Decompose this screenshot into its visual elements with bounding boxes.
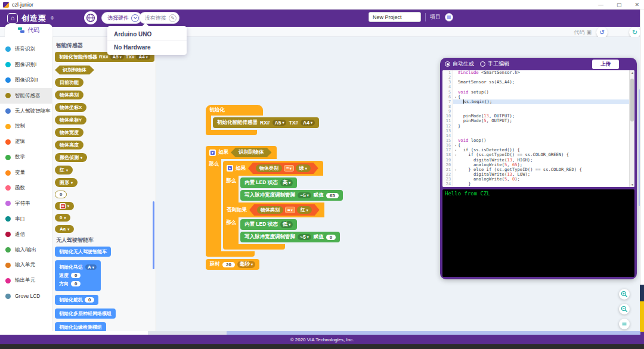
- fold-marker[interactable]: ▾: [453, 143, 458, 148]
- color-green-dropdown[interactable]: 绿▾: [296, 164, 311, 172]
- maximize-button[interactable]: ▢: [617, 2, 622, 8]
- code-editor[interactable]: 1#include <SmartSensor.h>23SmartSensor s…: [442, 70, 634, 187]
- code-line[interactable]: 13: [442, 129, 634, 133]
- palette-block[interactable]: 识别到物体: [55, 66, 94, 74]
- reporter-object-type[interactable]: 物体类别: [257, 206, 283, 214]
- radio-auto-generate[interactable]: [445, 61, 450, 67]
- hat-block-init[interactable]: 初始化: [206, 105, 263, 116]
- fold-marker[interactable]: ▾: [453, 152, 458, 157]
- palette-block[interactable]: 0: [55, 191, 67, 198]
- language-globe-button[interactable]: [84, 11, 97, 24]
- sidebar-item[interactable]: 通信: [0, 227, 52, 242]
- zoom-out-button[interactable]: [619, 304, 630, 314]
- sidebar-item[interactable]: 串口: [0, 211, 52, 227]
- sidebar-item[interactable]: 图像识别I: [0, 57, 52, 73]
- sidebar-item[interactable]: 图像识别II: [0, 73, 52, 88]
- code-view-toggle[interactable]: 代码 ▣: [574, 29, 592, 36]
- code-line[interactable]: 1#include <SmartSensor.h>: [442, 70, 634, 75]
- code-line[interactable]: 24 }: [442, 182, 634, 186]
- palette-block[interactable]: 目前功能: [55, 78, 83, 87]
- palette-block[interactable]: 初始化马达A▾速度0方向0: [55, 260, 101, 291]
- equals-operator-dropdown[interactable]: =▾: [284, 165, 294, 172]
- palette-block[interactable]: 物体坐标Y: [55, 116, 86, 124]
- upload-button[interactable]: 上传: [592, 60, 619, 69]
- reporter-object-type[interactable]: 物体类别: [256, 164, 282, 172]
- palette-block[interactable]: 0▾: [55, 214, 70, 222]
- code-line[interactable]: 5void setup(): [442, 90, 634, 95]
- pwm-pin-dropdown[interactable]: ~5▾: [298, 234, 311, 240]
- code-line[interactable]: 11 pinMode(5, OUTPUT);: [442, 119, 634, 123]
- sidebar-item[interactable]: 输入/输出: [0, 242, 52, 258]
- redo-button[interactable]: ↻: [629, 27, 640, 38]
- block-led-state-low[interactable]: 内置 LED 状态 低▾: [240, 219, 297, 230]
- block-delay[interactable]: 延时 20 毫秒▾: [206, 259, 259, 270]
- rx-pin-dropdown[interactable]: A5▾: [273, 120, 287, 126]
- dropdown-chip[interactable]: A▾: [85, 264, 97, 270]
- palette-block[interactable]: 物体坐标X: [55, 103, 86, 112]
- fold-marker[interactable]: ▾: [453, 148, 458, 152]
- sidebar-item[interactable]: 控制: [0, 119, 52, 134]
- delay-unit-dropdown[interactable]: 毫秒▾: [237, 261, 255, 268]
- palette-block[interactable]: 红▾: [55, 166, 73, 174]
- palette-block[interactable]: 物体类别: [55, 91, 83, 99]
- sidebar-item[interactable]: 数学: [0, 149, 52, 165]
- if-block[interactable]: 如果 识别到物体: [206, 146, 277, 159]
- pwm-pin-dropdown[interactable]: ~5▾: [298, 192, 311, 198]
- led-state-dropdown[interactable]: 高▾: [280, 179, 293, 186]
- scroll-down-icon[interactable]: ▼: [630, 183, 634, 186]
- value-input[interactable]: 0: [71, 273, 80, 278]
- value-input[interactable]: 0: [85, 297, 94, 303]
- palette-block[interactable]: 初始化无人驾驶智能车: [55, 247, 111, 257]
- hardware-option[interactable]: No Hardware: [107, 40, 187, 53]
- fold-marker[interactable]: ▾: [453, 167, 458, 172]
- hardware-option[interactable]: Arduino UNO: [107, 28, 187, 40]
- palette-block[interactable]: Aa▾: [55, 225, 74, 233]
- dropdown-chip[interactable]: A5▾: [110, 54, 124, 60]
- radio-manual-edit[interactable]: [480, 61, 485, 67]
- palette-scrollbar[interactable]: [153, 201, 154, 269]
- sidebar-item[interactable]: 语音识别: [0, 42, 52, 57]
- palette-block[interactable]: 图形▾: [55, 178, 78, 187]
- pwm-value-input[interactable]: 65: [326, 193, 339, 198]
- dropdown-chip[interactable]: A4▾: [136, 54, 150, 60]
- sidebar-item[interactable]: 智能传感器: [0, 88, 52, 104]
- palette-block[interactable]: 初始化多层神经网络模组: [55, 309, 116, 319]
- tab-code[interactable]: 代码: [5, 24, 52, 37]
- palette-block[interactable]: ▾: [55, 202, 74, 210]
- sidebar-item[interactable]: 字符串: [0, 196, 52, 211]
- close-button[interactable]: ✕: [634, 2, 639, 8]
- sidebar-item[interactable]: 变量: [0, 165, 52, 180]
- select-hardware-button[interactable]: 选择硬件: [101, 12, 142, 24]
- sidebar-item[interactable]: 无人驾驶智能车: [0, 104, 52, 119]
- code-line[interactable]: 7 ss.begin();: [442, 99, 634, 104]
- sidebar-item[interactable]: 函数: [0, 180, 52, 196]
- code-line[interactable]: 3SmartSensor ss(A5,A4);: [442, 80, 634, 85]
- fold-marker[interactable]: ▾: [453, 95, 458, 99]
- block-init-smart-sensor[interactable]: 初始化智能传感器 RX# A5▾ TX# A4▾: [213, 117, 319, 128]
- workspace-canvas[interactable]: 初始化 初始化智能传感器 RX# A5▾ TX# A4▾: [156, 37, 644, 331]
- block-pwm-write-0[interactable]: 写入脉冲宽度调制管脚 ~5▾ 赋值 0: [240, 232, 340, 242]
- value-input[interactable]: 0: [71, 281, 80, 286]
- palette-block[interactable]: 颜色侦测▾: [55, 153, 87, 162]
- sidebar-item[interactable]: 逻辑: [0, 134, 52, 149]
- zoom-reset-button[interactable]: [619, 319, 630, 329]
- inner-if-block[interactable]: 如果 物体类别 =▾ 绿▾: [223, 161, 323, 176]
- scrollbar-thumb[interactable]: [630, 79, 634, 121]
- condition-type-equals-red[interactable]: 物体类别 =▾ 红▾: [249, 204, 320, 216]
- condition-type-equals-green[interactable]: 物体类别 =▾ 绿▾: [248, 163, 318, 174]
- editor-scrollbar[interactable]: ▲ ▼: [629, 70, 634, 187]
- project-list-button[interactable]: [445, 13, 453, 21]
- undo-button[interactable]: ↺: [596, 27, 608, 38]
- sidebar-item[interactable]: 输出单元: [0, 273, 52, 288]
- connection-status-button[interactable]: 没有连接 ✎: [139, 12, 179, 24]
- sidebar-item[interactable]: Grove LCD: [0, 288, 52, 304]
- block-pwm-write-65[interactable]: 写入脉冲宽度调制管脚 ~5▾ 赋值 65: [240, 190, 343, 201]
- tx-pin-dropdown[interactable]: A4▾: [301, 120, 315, 126]
- sidebar-item[interactable]: 输入单元: [0, 257, 52, 273]
- led-state-dropdown[interactable]: 低▾: [280, 221, 293, 228]
- scroll-up-icon[interactable]: ▲: [630, 71, 634, 74]
- palette-block[interactable]: 初始化边缘检测模组: [55, 322, 106, 331]
- project-name-input[interactable]: [369, 12, 421, 22]
- pwm-value-input[interactable]: 0: [326, 235, 336, 240]
- block-led-state-high[interactable]: 内置 LED 状态 高▾: [240, 177, 297, 188]
